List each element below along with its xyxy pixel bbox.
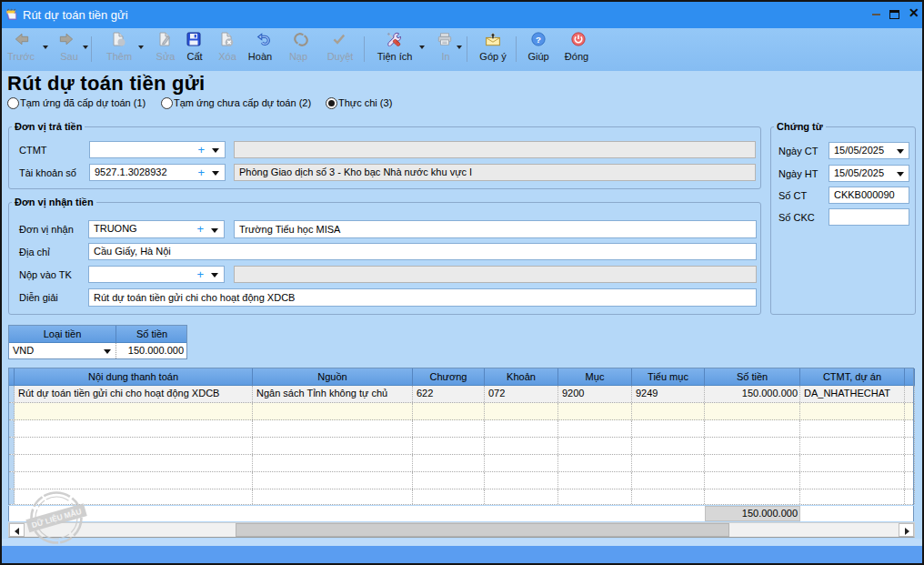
svg-text:?: ? <box>536 35 541 45</box>
